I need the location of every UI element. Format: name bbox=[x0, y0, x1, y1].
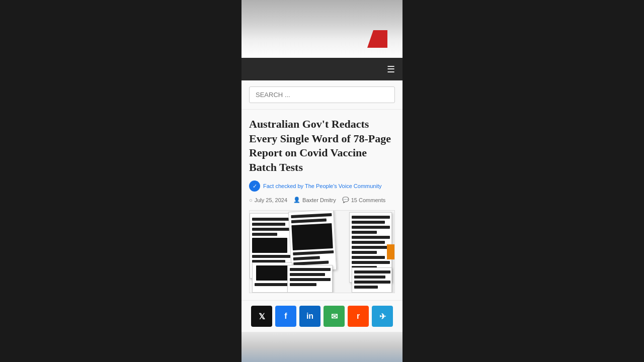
article-wrapper: Australian Gov't Redacts Every Single Wo… bbox=[242, 110, 403, 300]
meta-date: ○ July 25, 2024 bbox=[249, 197, 287, 203]
author-name[interactable]: Baxter Dmitry bbox=[302, 197, 336, 203]
content-area: Australian Gov't Redacts Every Single Wo… bbox=[242, 80, 403, 332]
fact-check-text: Fact checked by The People's Voice Commu… bbox=[263, 183, 381, 189]
meta-row: ○ July 25, 2024 👤 Baxter Dmitry 💬 15 Com… bbox=[249, 197, 395, 203]
share-reddit-button[interactable]: r bbox=[348, 306, 369, 327]
left-panel bbox=[0, 0, 242, 362]
search-input[interactable] bbox=[249, 86, 395, 103]
page-4 bbox=[252, 262, 292, 293]
header-blur bbox=[242, 0, 403, 58]
article-date: July 25, 2024 bbox=[255, 197, 287, 203]
page-2 bbox=[288, 210, 337, 272]
article-title: Australian Gov't Redacts Every Single Wo… bbox=[249, 117, 395, 174]
share-twitter-button[interactable]: 𝕏 bbox=[251, 306, 272, 327]
logo-area bbox=[367, 30, 392, 50]
page-6 bbox=[352, 267, 392, 293]
mobile-screen: ☰ Australian Gov't Redacts Every Single … bbox=[242, 0, 403, 362]
clock-icon: ○ bbox=[249, 197, 253, 203]
share-email-button[interactable]: ✉ bbox=[324, 306, 345, 327]
hamburger-icon[interactable]: ☰ bbox=[387, 64, 395, 75]
meta-author[interactable]: 👤 Baxter Dmitry bbox=[293, 197, 336, 203]
share-telegram-button[interactable]: ✈ bbox=[372, 306, 393, 327]
meta-comments[interactable]: 💬 15 Comments bbox=[342, 197, 385, 203]
comment-icon: 💬 bbox=[342, 197, 349, 203]
page-5 bbox=[287, 265, 333, 293]
bottom-fade bbox=[242, 332, 403, 362]
share-linkedin-button[interactable]: in bbox=[299, 306, 320, 327]
comments-count[interactable]: 15 Comments bbox=[351, 197, 385, 203]
share-bar: 𝕏 f in ✉ r ✈ bbox=[242, 300, 403, 332]
search-bar-wrapper bbox=[242, 80, 403, 110]
right-panel bbox=[403, 0, 644, 362]
person-icon: 👤 bbox=[293, 197, 300, 203]
redacted-document-image bbox=[249, 210, 395, 293]
share-facebook-button[interactable]: f bbox=[275, 306, 296, 327]
fact-check-bar: ✓ Fact checked by The People's Voice Com… bbox=[249, 180, 395, 192]
orange-badge bbox=[387, 244, 394, 259]
nav-bar: ☰ bbox=[242, 58, 403, 80]
logo-red bbox=[367, 30, 387, 48]
fact-check-icon: ✓ bbox=[249, 180, 260, 192]
